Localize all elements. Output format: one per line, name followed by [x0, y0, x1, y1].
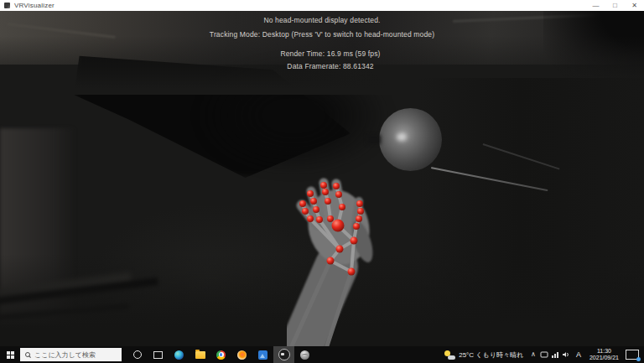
window-title: VRVisualizer — [14, 2, 55, 9]
system-tray: 25°C くもり時々晴れ ∧ A 11:30 2021/09/21 — [440, 346, 644, 363]
volume-icon — [562, 351, 570, 358]
action-center-button[interactable] — [626, 350, 639, 360]
taskbar-app-icons — [127, 346, 315, 363]
hud-overlay: No head-mounted display detected. Tracki… — [0, 16, 644, 76]
windows-logo-icon — [7, 351, 14, 359]
window-controls: — □ ✕ — [586, 0, 644, 11]
minimize-button[interactable]: — — [586, 0, 605, 11]
vr-app-icon — [278, 349, 290, 360]
file-explorer-button[interactable] — [190, 346, 210, 363]
file-explorer-icon — [195, 351, 205, 359]
tracking-mode-text: Tracking Mode: Desktop (Press 'V' to swi… — [0, 30, 644, 39]
globe-app-icon — [300, 350, 309, 360]
hidden-icons-chevron[interactable]: ∧ — [527, 346, 539, 363]
network-icon — [551, 351, 559, 358]
sun-cloud-icon — [444, 350, 455, 360]
app-icon — [4, 3, 10, 8]
search-icon — [25, 352, 31, 358]
weather-text: 25°C くもり時々晴れ — [459, 350, 523, 360]
taskbar: ここに入力して検索 25°C くもり時々晴れ ∧ — [0, 346, 644, 363]
volume-button[interactable] — [561, 346, 572, 363]
chrome-icon — [216, 350, 226, 360]
taskbar-clock[interactable]: 11:30 2021/09/21 — [585, 348, 623, 361]
clock-date: 2021/09/21 — [589, 355, 619, 361]
cloud-icon — [540, 351, 548, 358]
tray-app-button[interactable] — [539, 346, 550, 363]
search-placeholder: ここに入力して検索 — [34, 350, 96, 360]
stats-block: Render Time: 16.9 ms (59 fps) Data Frame… — [8, 49, 644, 70]
edge-button[interactable] — [169, 346, 190, 363]
window-titlebar: VRVisualizer — □ ✕ — [0, 0, 644, 11]
hmd-status-text: No head-mounted display detected. — [0, 16, 644, 24]
render-time-text: Render Time: 16.9 ms (59 fps) — [8, 49, 644, 58]
photos-icon — [258, 350, 267, 360]
data-framerate-text: Data Framerate: 88.61342 — [8, 62, 644, 70]
vr-app-button-active[interactable] — [273, 346, 294, 363]
vr-camera-view: No head-mounted display detected. Tracki… — [0, 11, 644, 346]
clock-time: 11:30 — [589, 348, 619, 355]
close-button[interactable]: ✕ — [625, 0, 644, 11]
cortana-button[interactable] — [127, 346, 148, 363]
edge-icon — [174, 350, 184, 360]
globe-app-button[interactable] — [294, 346, 315, 363]
start-button[interactable] — [0, 346, 20, 363]
network-button[interactable] — [550, 346, 561, 363]
ime-indicator[interactable]: A — [572, 346, 585, 363]
task-view-icon — [153, 351, 163, 359]
firefox-button[interactable] — [231, 346, 252, 363]
maximize-button[interactable]: □ — [605, 0, 625, 11]
cortana-icon — [133, 350, 142, 359]
photos-button[interactable] — [252, 346, 273, 363]
firefox-icon — [237, 350, 247, 360]
chrome-button[interactable] — [210, 346, 231, 363]
weather-widget[interactable]: 25°C くもり時々晴れ — [440, 346, 527, 363]
taskbar-search-input[interactable]: ここに入力して検索 — [20, 348, 122, 361]
desktop-screen: VRVisualizer — □ ✕ — [0, 0, 644, 363]
task-view-button[interactable] — [148, 346, 169, 363]
